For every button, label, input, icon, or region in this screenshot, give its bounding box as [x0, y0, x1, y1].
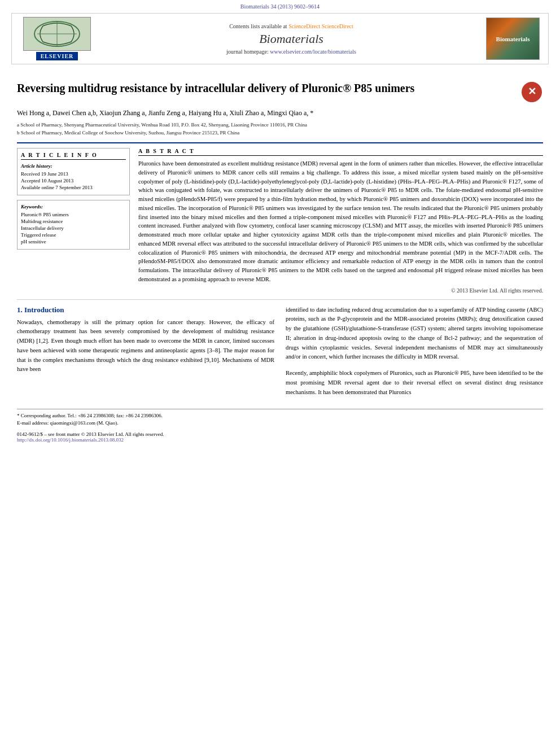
crossmark-badge: ✕	[520, 81, 543, 103]
main-content: Reversing multidrug resistance by intrac…	[0, 67, 560, 448]
keyword-2: Multidrug resistance	[21, 219, 126, 224]
left-column: A R T I C L E I N F O Article history: R…	[17, 148, 130, 294]
abstract-header: A B S T R A C T	[138, 148, 543, 156]
contents-available: Contents lists available at ScienceDirec…	[97, 23, 486, 29]
keyword-4: Triggered release	[21, 232, 126, 238]
science-direct-link[interactable]: ScienceDirect	[288, 23, 320, 29]
section-divider	[17, 299, 543, 300]
keyword-3: Intracellular delivery	[21, 225, 126, 231]
intro-right-text-2: Recently, amphiphilic block copolymers o…	[286, 369, 543, 397]
corresponding-author: * Corresponding author. Tel.: +86 24 239…	[17, 413, 543, 418]
elsevier-text: ELSEVIER	[36, 52, 78, 60]
accepted-date: Accepted 10 August 2013	[21, 178, 126, 184]
homepage-url[interactable]: www.elsevier.com/locate/biomaterials	[270, 49, 356, 55]
introduction-section: 1. Introduction Nowadays, chemotherapy i…	[17, 305, 543, 397]
journal-homepage: journal homepage: www.elsevier.com/locat…	[97, 49, 486, 55]
issn-line: 0142-9612/$ – see front matter © 2013 El…	[17, 431, 164, 437]
elsevier-graphic	[23, 17, 91, 51]
elsevier-section: ELSEVIER	[18, 17, 97, 60]
affiliations: a School of Pharmacy, Shenyang Pharmaceu…	[17, 121, 543, 137]
journal-center: Contents lists available at ScienceDirec…	[97, 23, 486, 55]
available-date: Available online 7 September 2013	[21, 185, 126, 190]
email-address: E-mail address: qiaomingxi@163.com (M. Q…	[17, 420, 543, 426]
affiliation-b: b School of Pharmacy, Medical College of…	[17, 129, 543, 137]
doi-line: http://dx.doi.org/10.1016/j.biomaterials…	[17, 437, 164, 443]
intro-left-text: Nowadays, chemotherapy is still the prim…	[17, 318, 274, 375]
two-column-section: A R T I C L E I N F O Article history: R…	[17, 142, 543, 294]
article-title-text: Reversing multidrug resistance by intrac…	[17, 81, 520, 95]
footer-bar: 0142-9612/$ – see front matter © 2013 El…	[17, 431, 543, 443]
elsevier-logo: ELSEVIER	[18, 17, 97, 60]
received-date: Received 19 June 2013	[21, 171, 126, 177]
keywords-box: Keywords: Pluronic® P85 unimers Multidru…	[17, 200, 130, 250]
keyword-5: pH sensitive	[21, 239, 126, 244]
intro-section-title: 1. Introduction	[17, 305, 274, 314]
journal-header: ELSEVIER Contents lists available at Sci…	[11, 13, 549, 64]
crossmark-icon: ✕	[522, 82, 542, 102]
keywords-label: Keywords:	[21, 204, 126, 209]
article-info-header: A R T I C L E I N F O	[21, 152, 126, 160]
affiliation-a: a School of Pharmacy, Shenyang Pharmaceu…	[17, 121, 543, 129]
footnote-section: * Corresponding author. Tel.: +86 24 239…	[17, 409, 543, 426]
article-history-box: A R T I C L E I N F O Article history: R…	[17, 148, 130, 195]
abstract-text: Pluronics have been demonstrated as exce…	[138, 159, 543, 284]
doi-link[interactable]: http://dx.doi.org/10.1016/j.biomaterials…	[17, 437, 124, 443]
copyright-line: © 2013 Elsevier Ltd. All rights reserved…	[138, 287, 543, 294]
article-title-section: Reversing multidrug resistance by intrac…	[17, 81, 543, 103]
right-column: A B S T R A C T Pluronics have been demo…	[138, 148, 543, 294]
biomaterials-cover: Biomaterials	[486, 18, 540, 60]
authors-line: Wei Hong a, Dawei Chen a,b, Xiaojun Zhan…	[17, 108, 543, 118]
footer-left: 0142-9612/$ – see front matter © 2013 El…	[17, 431, 164, 443]
intro-left-col: 1. Introduction Nowadays, chemotherapy i…	[17, 305, 274, 397]
keyword-1: Pluronic® P85 unimers	[21, 212, 126, 217]
cover-image-section: Biomaterials	[486, 18, 542, 60]
citation-bar: Biomaterials 34 (2013) 9602–9614	[0, 0, 560, 11]
intro-right-text-1: identified to date including reduced dru…	[286, 305, 543, 362]
citation-text: Biomaterials 34 (2013) 9602–9614	[240, 3, 320, 10]
journal-title: Biomaterials	[97, 32, 486, 46]
history-label: Article history:	[21, 163, 126, 169]
intro-right-col: identified to date including reduced dru…	[286, 305, 543, 397]
